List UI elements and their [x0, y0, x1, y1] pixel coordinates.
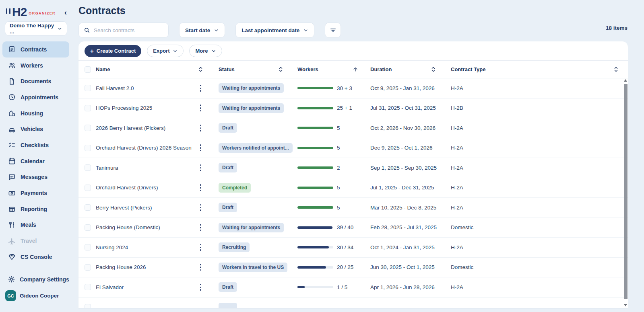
sidebar-collapse-button[interactable]: ‹	[63, 8, 68, 16]
status-badge: Completed	[219, 183, 251, 193]
duration-cell: Jul 31, 2025 - Oct 31, 2025	[370, 99, 451, 118]
filter-row: Start date Last appointment date	[78, 23, 341, 38]
row-checkbox[interactable]	[85, 85, 91, 91]
sidebar-item-calendar[interactable]: Calendar	[2, 153, 69, 169]
contract-name[interactable]: HOPs Processing 2025	[96, 105, 152, 111]
row-menu-button[interactable]	[198, 183, 204, 193]
row-menu-button[interactable]	[198, 103, 204, 113]
table-row[interactable]: Packing House (Domestic)Waiting for appo…	[78, 218, 628, 238]
create-contract-button[interactable]: + Create Contract	[85, 45, 141, 57]
status-badge: Waiting for appointments	[219, 223, 284, 232]
start-date-filter[interactable]: Start date	[179, 23, 225, 38]
row-menu-button[interactable]	[198, 143, 204, 153]
sidebar-item-housing[interactable]: Housing	[2, 105, 69, 121]
sidebar-item-vehicles[interactable]: Vehicles	[2, 121, 69, 137]
row-menu-button[interactable]	[198, 262, 204, 273]
row-menu-button[interactable]	[198, 162, 204, 173]
row-checkbox[interactable]	[85, 244, 91, 250]
sidebar-item-label: Travel	[21, 238, 37, 244]
sidebar-item-messages[interactable]: Messages	[2, 169, 69, 185]
sidebar-item-cs-console[interactable]: CS Console	[2, 249, 69, 265]
sort-icon[interactable]	[198, 66, 203, 72]
column-header-duration[interactable]: Duration	[370, 66, 392, 72]
table-body: Fall Harvest 2.0Waiting for appointments…	[78, 78, 628, 308]
sort-icon[interactable]	[431, 66, 436, 72]
workers-count: 5	[337, 185, 340, 191]
export-button[interactable]: Export	[147, 45, 184, 57]
table-row[interactable]: El SalvadorDraft1 / 5Apr 1, 2026 - Jun 2…	[78, 277, 628, 298]
table-row[interactable]: TanimuraDraft2Sep 1, 2025 - Sep 30, 2025…	[78, 158, 628, 178]
more-filters-button[interactable]	[325, 23, 341, 38]
company-selector[interactable]: Demo The Happy ...	[5, 21, 67, 36]
sidebar-nav: ContractsWorkersDocumentsAppointmentsHou…	[2, 41, 69, 265]
name-cell: Orchard Harvest (Drivers)	[78, 178, 212, 198]
row-menu-button[interactable]	[198, 83, 204, 93]
sidebar-item-label: Vehicles	[21, 126, 43, 132]
row-checkbox[interactable]	[85, 125, 91, 131]
sidebar-item-travel[interactable]: Travel	[2, 233, 69, 249]
table-row[interactable]: Nursing 2024Recruiting30 / 34Oct 1, 2024…	[78, 238, 628, 258]
search-input[interactable]	[94, 27, 163, 33]
row-checkbox[interactable]	[85, 204, 91, 211]
sort-icon[interactable]	[614, 66, 618, 72]
column-header-status[interactable]: Status	[219, 66, 235, 72]
vertical-scrollbar[interactable]	[624, 78, 627, 308]
row-checkbox[interactable]	[85, 304, 91, 308]
contract-name[interactable]: Packing House 2026	[96, 264, 146, 270]
row-checkbox[interactable]	[85, 224, 91, 231]
contract-name[interactable]: 2026 Berry Harvest (Pickers)	[96, 125, 165, 131]
row-menu-button[interactable]	[198, 282, 204, 292]
contract-type-cell: H-2A	[451, 178, 628, 198]
row-checkbox[interactable]	[85, 164, 91, 171]
table-row[interactable]: Berry Harvest (Pickers)Draft5Mar 10, 202…	[78, 198, 628, 218]
sidebar-item-documents[interactable]: Documents	[2, 73, 69, 89]
sidebar-item-meals[interactable]: Meals	[2, 217, 69, 233]
row-checkbox[interactable]	[85, 105, 91, 111]
contract-name[interactable]: Nursing 2024	[96, 244, 128, 250]
table-row[interactable]	[78, 298, 628, 308]
row-menu-button[interactable]	[198, 202, 204, 213]
contract-name[interactable]: Orchard Harvest (Drivers)	[96, 185, 158, 191]
sort-ascending-icon[interactable]	[353, 66, 358, 72]
table-row[interactable]: HOPs Processing 2025Waiting for appointm…	[78, 99, 628, 119]
scroll-up-arrow-icon[interactable]	[624, 79, 627, 82]
sidebar-item-workers[interactable]: Workers	[2, 57, 69, 74]
column-header-workers[interactable]: Workers	[297, 66, 318, 72]
row-checkbox[interactable]	[85, 264, 91, 271]
row-checkbox[interactable]	[85, 145, 91, 151]
last-appointment-date-filter[interactable]: Last appointment date	[235, 23, 314, 38]
row-menu-button[interactable]	[198, 222, 204, 233]
contract-name[interactable]: El Salvador	[96, 284, 124, 290]
sidebar-item-checklists[interactable]: Checklists	[2, 137, 69, 153]
sidebar-item-company-settings[interactable]: Company Settings	[2, 271, 69, 287]
user-menu[interactable]: GC Gideon Cooper	[5, 290, 59, 301]
contract-name[interactable]: Tanimura	[96, 165, 118, 171]
table-row[interactable]: Orchard Harvest (Drivers)Completed5Jul 1…	[78, 178, 628, 198]
status-cell: Waiting for appointments	[212, 78, 297, 98]
row-checkbox[interactable]	[85, 284, 91, 290]
contract-name[interactable]: Packing House (Domestic)	[96, 224, 160, 230]
row-menu-button[interactable]	[198, 123, 204, 133]
contract-name[interactable]: Fall Harvest 2.0	[96, 85, 134, 91]
sidebar-item-appointments[interactable]: Appointments	[2, 89, 69, 105]
sidebar-item-reporting[interactable]: Reporting	[2, 201, 69, 217]
sidebar-item-contracts[interactable]: Contracts	[2, 41, 69, 57]
row-menu-button[interactable]	[198, 242, 204, 252]
table-row[interactable]: 2026 Berry Harvest (Pickers)Draft5Oct 2,…	[78, 118, 628, 138]
column-header-name[interactable]: Name	[96, 66, 110, 72]
gem-icon	[8, 253, 16, 261]
scrollbar-thumb[interactable]	[624, 84, 627, 299]
scroll-down-arrow-icon[interactable]	[624, 304, 627, 306]
contract-type-cell: H-2A	[451, 277, 628, 297]
contract-name[interactable]: Berry Harvest (Pickers)	[96, 205, 152, 211]
table-row[interactable]: Packing House 2026Workers in travel to t…	[78, 258, 628, 278]
table-row[interactable]: Orchard Harvest (Drivers) 2026 SeasonWor…	[78, 138, 628, 158]
sidebar-item-payments[interactable]: Payments	[2, 185, 69, 201]
table-row[interactable]: Fall Harvest 2.0Waiting for appointments…	[78, 78, 628, 99]
row-checkbox[interactable]	[85, 185, 91, 191]
select-all-checkbox[interactable]	[85, 66, 91, 73]
column-header-contract-type[interactable]: Contract Type	[451, 66, 485, 72]
sort-icon[interactable]	[279, 66, 283, 72]
more-button[interactable]: More	[189, 45, 222, 57]
contract-name[interactable]: Orchard Harvest (Drivers) 2026 Season	[96, 145, 192, 151]
